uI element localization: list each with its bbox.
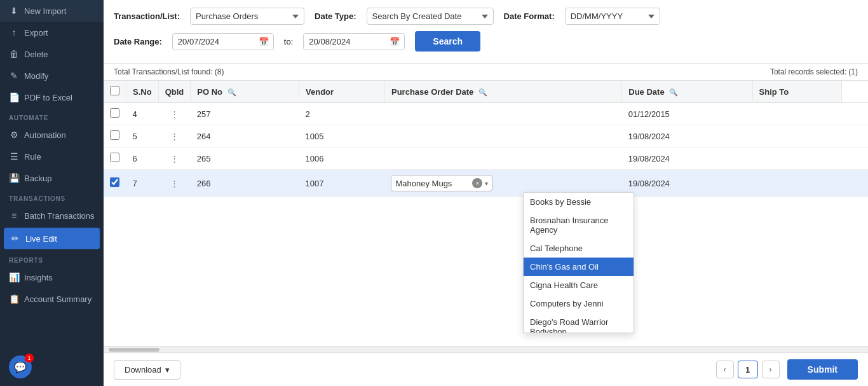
insights-icon: 📊 — [9, 272, 19, 282]
table-row-selected: 7 ⋮ 266 1007 Mahoney Mugs × ▾ 19/08/2024 — [104, 170, 868, 197]
date-format-select[interactable]: DD/MM/YYYY — [565, 8, 660, 25]
dd-search-icon[interactable]: 🔍 — [669, 88, 678, 96]
row-checkbox-cell — [104, 170, 126, 197]
sidebar-item-export[interactable]: ↑ Export — [0, 22, 104, 43]
download-label: Download — [125, 365, 161, 375]
sidebar-item-batch-transactions[interactable]: ≡ Batch Transactions — [0, 205, 104, 226]
th-sno: S.No — [126, 81, 159, 103]
pagination-submit-area: ‹ 1 › Submit — [716, 359, 858, 380]
row-dots-menu[interactable]: ⋮ — [158, 103, 191, 125]
sidebar-item-label: Delete — [24, 50, 48, 59]
sidebar-item-label: Backup — [24, 174, 51, 183]
row-checkbox[interactable] — [110, 130, 119, 140]
table-header-row: S.No QbId PO No 🔍 Vendor Purchase Order … — [104, 81, 868, 103]
modify-icon: ✎ — [9, 71, 19, 81]
h-scroll-thumb — [109, 348, 159, 352]
sidebar-item-account-summary[interactable]: 📋 Account Summary — [0, 288, 104, 310]
dropdown-item-chins-gas[interactable]: Chin's Gas and Oil — [524, 258, 634, 276]
row-ship-to — [841, 170, 868, 197]
table-row: 4 ⋮ 257 2 01/12/2015 — [104, 103, 868, 125]
po-search-icon[interactable]: 🔍 — [227, 88, 236, 96]
row-ship-to — [841, 148, 868, 170]
date-from-input[interactable] — [172, 33, 274, 50]
delete-icon: 🗑 — [9, 49, 19, 59]
submit-button[interactable]: Submit — [787, 359, 858, 380]
vendor-chevron-icon[interactable]: ▾ — [485, 180, 488, 187]
sidebar-item-modify[interactable]: ✎ Modify — [0, 65, 104, 86]
transaction-list-label: Transaction/List: — [114, 11, 180, 21]
sidebar-item-automation[interactable]: ⚙ Automation — [0, 124, 104, 146]
filter-row-2: Date Range: 📅 to: 📅 Search — [114, 31, 858, 52]
export-icon: ↑ — [9, 27, 19, 38]
horizontal-scrollbar[interactable] — [104, 346, 868, 352]
row-vendor — [384, 103, 621, 125]
sidebar-bottom: 💬 1 — [0, 348, 104, 386]
page-prev-button[interactable]: ‹ — [716, 361, 734, 378]
backup-icon: 💾 — [9, 173, 19, 183]
row-due-date — [752, 103, 841, 125]
row-dots-menu[interactable]: ⋮ — [158, 170, 191, 197]
row-checkbox[interactable] — [110, 153, 119, 162]
row-dots-menu[interactable]: ⋮ — [158, 148, 191, 170]
sidebar-item-new-import[interactable]: ⬇ New Import — [0, 0, 104, 22]
row-due-date — [752, 170, 841, 197]
date-range-label: Date Range: — [114, 37, 162, 46]
transaction-list-select[interactable]: Purchase Orders — [190, 8, 304, 25]
row-vendor — [384, 148, 621, 170]
account-summary-icon: 📋 — [9, 294, 19, 304]
row-checkbox-cell — [104, 125, 126, 148]
row-sno: 7 — [126, 170, 159, 197]
sidebar-item-label: New Import — [24, 6, 66, 16]
automation-icon: ⚙ — [9, 130, 19, 140]
dropdown-item-brosnahan[interactable]: Brosnahan Insurance Agency — [524, 211, 634, 239]
date-to-input[interactable] — [303, 33, 405, 50]
page-next-button[interactable]: › — [762, 361, 780, 378]
date-from-wrap: 📅 — [172, 33, 274, 50]
row-dots-menu[interactable]: ⋮ — [158, 125, 191, 148]
search-button[interactable]: Search — [415, 31, 480, 52]
row-due-date — [752, 125, 841, 148]
vendor-dropdown-scroll[interactable]: Books by Bessie Brosnahan Insurance Agen… — [524, 193, 634, 333]
row-checkbox[interactable] — [110, 177, 119, 187]
th-due-date: Due Date 🔍 — [622, 81, 752, 103]
table-container[interactable]: S.No QbId PO No 🔍 Vendor Purchase Order … — [104, 81, 868, 346]
row-checkbox-cell — [104, 148, 126, 170]
dropdown-item-cal-telephone[interactable]: Cal Telephone — [524, 239, 634, 258]
sidebar-item-label: Live Edit — [25, 234, 57, 244]
dropdown-item-diegos[interactable]: Diego's Road Warrior Bodyshop — [524, 313, 634, 333]
sidebar-item-rule[interactable]: ☰ Rule — [0, 146, 104, 167]
sidebar-item-live-edit[interactable]: ✏ Live Edit — [4, 228, 100, 249]
select-all-checkbox[interactable] — [110, 86, 119, 95]
stats-row: Total Transactions/List found: (8) Total… — [104, 64, 868, 81]
sidebar-item-label: Account Summary — [24, 294, 92, 304]
sidebar-item-label: Insights — [24, 273, 53, 282]
th-vendor: Vendor — [299, 81, 385, 103]
main-content: Transaction/List: Purchase Orders Date T… — [104, 0, 868, 386]
pdf-icon: 📄 — [9, 92, 19, 102]
sidebar-item-backup[interactable]: 💾 Backup — [0, 167, 104, 189]
filter-row-1: Transaction/List: Purchase Orders Date T… — [114, 8, 858, 25]
sidebar-item-label: Rule — [24, 152, 41, 162]
th-qbid: QbId — [158, 81, 191, 103]
pod-search-icon[interactable]: 🔍 — [478, 88, 487, 96]
sidebar-item-label: PDF to Excel — [24, 93, 72, 102]
download-button[interactable]: Download ▾ — [114, 360, 180, 380]
transactions-table: S.No QbId PO No 🔍 Vendor Purchase Order … — [104, 81, 868, 197]
row-pod: 19/08/2024 — [622, 148, 752, 170]
vendor-clear-button[interactable]: × — [472, 178, 482, 188]
dropdown-item-computers-jenni[interactable]: Computers by Jenni — [524, 294, 634, 313]
sidebar-item-pdf-to-excel[interactable]: 📄 PDF to Excel — [0, 86, 104, 108]
filter-bar: Transaction/List: Purchase Orders Date T… — [104, 0, 868, 64]
live-edit-icon: ✏ — [10, 233, 20, 244]
chat-button[interactable]: 💬 1 — [9, 355, 32, 378]
dropdown-item-cigna[interactable]: Cigna Health Care — [524, 276, 634, 294]
sidebar-item-insights[interactable]: 📊 Insights — [0, 266, 104, 288]
dropdown-item-books-by-bessie[interactable]: Books by Bessie — [524, 193, 634, 211]
vendor-selected-value: Mahoney Mugs — [395, 179, 470, 188]
sidebar-item-delete[interactable]: 🗑 Delete — [0, 43, 104, 65]
date-type-select[interactable]: Search By Created Date — [367, 8, 494, 25]
import-icon: ⬇ — [9, 6, 19, 16]
table-row: 6 ⋮ 265 1006 19/08/2024 — [104, 148, 868, 170]
vendor-dropdown: Books by Bessie Brosnahan Insurance Agen… — [523, 192, 634, 333]
row-checkbox[interactable] — [110, 108, 119, 118]
